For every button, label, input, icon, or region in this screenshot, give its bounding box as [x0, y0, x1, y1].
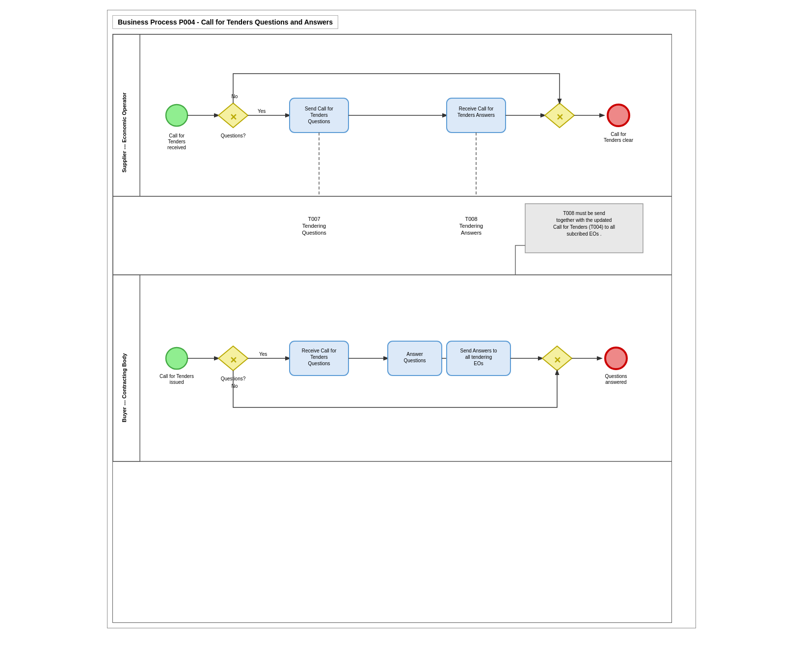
svg-text:Tenders Answers: Tenders Answers [457, 112, 495, 118]
svg-text:together with the updated: together with the updated [557, 217, 612, 223]
diagram-title: Business Process P004 - Call for Tenders… [112, 15, 338, 29]
svg-text:Answers: Answers [461, 230, 482, 236]
buyer-start-event [166, 348, 187, 369]
svg-text:answered: answered [605, 379, 626, 385]
svg-text:Tenders: Tenders [168, 139, 186, 144]
svg-text:subcribed EOs .: subcribed EOs . [566, 231, 601, 237]
svg-text:Send Call for: Send Call for [305, 106, 333, 111]
svg-text:Questions: Questions [605, 374, 627, 379]
supplier-lane-label: Supplier --- Economic Operator [121, 92, 127, 173]
diagram-container: Business Process P004 - Call for Tenders… [107, 10, 696, 628]
svg-text:Tendering: Tendering [459, 223, 483, 229]
supplier-gateway1-label: Questions? [221, 133, 246, 138]
svg-text:Send Answers to: Send Answers to [460, 348, 497, 353]
svg-text:Receive Call for: Receive Call for [459, 106, 494, 111]
svg-text:all tendering: all tendering [465, 354, 492, 360]
svg-text:Call for Tenders: Call for Tenders [160, 374, 194, 379]
buyer-end-event [605, 348, 627, 369]
buyer-lane-label: Buyer --- Contracting Body [121, 353, 127, 422]
svg-text:issued: issued [170, 379, 184, 385]
svg-text:received: received [167, 145, 186, 150]
svg-text:Questions: Questions [308, 119, 330, 124]
svg-text:Tenders: Tenders [310, 354, 328, 360]
svg-text:T008 must be send: T008 must be send [563, 211, 605, 216]
svg-text:✕: ✕ [556, 112, 563, 122]
buyer-no-label: No [232, 383, 238, 389]
supplier-no-label: No [232, 94, 238, 99]
svg-text:Receive Call for: Receive Call for [302, 348, 337, 353]
buyer-yes-label: Yes [259, 351, 267, 357]
bpmn-diagram: Supplier --- Economic Operator Call for … [112, 34, 672, 623]
svg-text:Questions: Questions [403, 358, 426, 363]
supplier-start-label: Call for [169, 133, 185, 138]
svg-text:✕: ✕ [554, 355, 561, 365]
svg-text:Call for Tenders (T004) to all: Call for Tenders (T004) to all [553, 224, 615, 230]
svg-text:Answer: Answer [406, 351, 423, 357]
t007-label: T007 [308, 216, 320, 222]
supplier-yes-label: Yes [258, 108, 266, 114]
svg-text:EOs: EOs [474, 361, 483, 366]
svg-text:Call for: Call for [611, 132, 626, 137]
svg-text:Questions: Questions [302, 230, 326, 236]
svg-text:✕: ✕ [230, 355, 237, 365]
svg-text:Questions: Questions [308, 361, 330, 366]
supplier-start-event [166, 105, 187, 126]
svg-text:Tenders: Tenders [310, 112, 328, 118]
t008-label: T008 [465, 216, 477, 222]
supplier-end-event [608, 105, 629, 126]
svg-text:Tendering: Tendering [302, 223, 326, 229]
svg-text:✕: ✕ [230, 112, 237, 122]
svg-text:Tenders clear: Tenders clear [604, 137, 634, 143]
